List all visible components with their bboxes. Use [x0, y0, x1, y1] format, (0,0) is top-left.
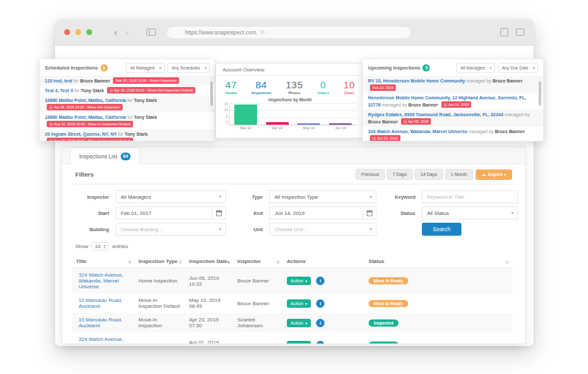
account-overview-panel: Account Overview 47 Assets 84 Inspection… [215, 63, 365, 138]
column-header[interactable]: Inspection Type [134, 255, 185, 268]
tab-strip: Inspections List 84 [62, 147, 525, 164]
calendar-icon[interactable] [362, 206, 376, 219]
action-button[interactable]: Action [287, 299, 311, 308]
status-badge: Inspected [369, 342, 398, 344]
inspection-type-cell: Move-In Inspection Default [134, 293, 185, 313]
scheduled-schedule-select[interactable]: Any Schedules [167, 63, 210, 73]
calendar-icon[interactable] [212, 206, 226, 219]
address-bar[interactable]: https://www.snapinspect.com. [166, 26, 411, 39]
scrollbar-thumb[interactable] [539, 81, 541, 106]
stat-label: Videos [317, 91, 329, 95]
clock-icon [110, 88, 113, 93]
scheduled-list-item[interactable]: 20 Ingram Street, Queens, NY, NY for Ton… [40, 129, 215, 142]
action-button[interactable]: Action [287, 319, 311, 327]
y-tick: 5 [226, 114, 228, 118]
table-row: 10 Manukau Road, Auckland Move-In Inspec… [72, 313, 512, 332]
stat-value: 10 [343, 79, 355, 90]
property-link[interactable]: RV 10, Henederson Mobile Home Community [368, 79, 465, 83]
sort-icon[interactable] [128, 258, 131, 264]
chart-bar [329, 123, 352, 125]
inspector-select[interactable]: All Managers [116, 190, 226, 203]
scheduled-list-item[interactable]: Test 3, Test 3 for Tony Stark Apr 30, 20… [40, 86, 215, 95]
schedule-date-badge: Aug 22, 2018 10:00 - Move-In Inspection … [47, 121, 133, 127]
building-select[interactable]: Choose Building ... [116, 223, 226, 236]
inspection-title-link[interactable]: 324 Watch Avenue, Wakanda, Marvel Univer… [79, 272, 123, 290]
sort-icon[interactable] [227, 258, 230, 264]
column-header[interactable]: Actions [283, 255, 365, 268]
start-date-field[interactable]: Feb 01, 2017 [116, 206, 226, 219]
inspection-title-link[interactable]: 10 Manukau Road, Auckland [79, 317, 123, 329]
end-date-field[interactable]: Jun 14, 2019 [269, 206, 376, 219]
upcoming-list-item[interactable]: Henederson Mobile Home Community, 12 Hig… [363, 93, 543, 110]
inspection-title-link[interactable]: 10 Manukau Road, Auckland [79, 297, 123, 309]
status-select[interactable]: All Status [422, 206, 518, 219]
inspector-label: Inspector [87, 194, 109, 200]
range-button[interactable]: 1 Month [445, 169, 473, 180]
sidebar-toggle-icon[interactable] [147, 29, 156, 36]
range-button[interactable]: 14 Days [415, 169, 443, 180]
property-link[interactable]: 10880 Malibu Point, Malibu, California [45, 115, 126, 119]
share-icon[interactable] [500, 28, 508, 36]
upcoming-manager-select[interactable]: All Managers [456, 63, 495, 73]
filter-grid: Inspector All Managers Type All Inspecti… [72, 190, 512, 236]
export-button[interactable]: Export [476, 169, 512, 180]
unit-select[interactable]: Choose Unit ... [269, 223, 376, 236]
tab-inspections-list[interactable]: Inspections List 84 [70, 147, 140, 164]
chart-bar-slot [230, 103, 262, 125]
unit-label: Unit [253, 227, 263, 232]
keyword-label: Keyword [395, 194, 415, 200]
scheduled-manager-select[interactable]: All Managers [126, 63, 165, 73]
url-text: https://www.snapinspect.com. [185, 29, 258, 36]
type-select[interactable]: All Inspection Type [269, 190, 376, 203]
property-link[interactable]: 20 Ingram Street, Queens, NY, NY [45, 132, 117, 136]
property-link[interactable]: 324 Watch Avenue, Wakanda, Marvel Univer… [368, 129, 467, 134]
property-link[interactable]: 123 test, test [45, 79, 72, 83]
close-window-button[interactable] [64, 29, 70, 35]
action-button[interactable]: Action [287, 277, 311, 285]
info-icon[interactable] [316, 319, 325, 327]
refresh-icon[interactable] [260, 29, 265, 36]
scheduled-list-item[interactable]: 123 test, test for Bruce Banner Mar 30, … [40, 76, 215, 86]
scheduled-list-item[interactable]: 10880 Malibu Point, Malibu, California f… [40, 112, 215, 129]
column-header[interactable]: Title [72, 255, 134, 268]
sort-icon[interactable] [178, 258, 182, 264]
info-icon[interactable] [316, 277, 325, 285]
entries-count-stepper[interactable]: 10 ▲▼ [92, 242, 109, 251]
action-button[interactable]: Action [287, 341, 311, 344]
cloud-download-icon [482, 172, 486, 177]
sort-icon[interactable] [276, 258, 280, 264]
upcoming-list-item[interactable]: Rydges Estates, 8939 Townsend Road, Jack… [363, 110, 543, 127]
property-link[interactable]: Test 3, Test 3 [45, 88, 73, 93]
schedule-date-badge: Apr 08, 2018 10:00 - Move-Out Inspection [47, 104, 123, 110]
sort-icon[interactable] [506, 258, 509, 264]
new-tab-icon[interactable] [516, 29, 524, 36]
stat: 135 Photos [286, 79, 303, 95]
info-icon[interactable] [316, 341, 325, 344]
show-entries-row: Show 10 ▲▼ entries [75, 242, 512, 251]
status-badge: Move In Ready [369, 300, 409, 307]
scheduled-list-item[interactable]: 10880 Malibu Point, Malibu, California f… [40, 95, 215, 112]
minimize-window-button[interactable] [75, 29, 81, 35]
due-date-badge: Apr 08, 2019 [401, 118, 431, 125]
inspector-cell: Bruce Banner [234, 268, 283, 294]
column-header[interactable]: Inspector [234, 255, 283, 268]
account-overview-title: Account Overview [216, 64, 364, 76]
keyword-input[interactable] [427, 194, 507, 200]
property-link[interactable]: 10880 Malibu Point, Malibu, California [45, 98, 126, 103]
maximize-window-button[interactable] [86, 29, 92, 35]
upcoming-list-item[interactable]: RV 10, Henederson Mobile Home Community … [363, 76, 543, 93]
upcoming-list-item[interactable]: 324 Watch Avenue, Wakanda, Marvel Univer… [363, 127, 543, 142]
back-icon[interactable]: ‹ [110, 27, 121, 37]
forward-icon[interactable]: › [121, 27, 132, 37]
column-header[interactable]: Status [365, 255, 512, 268]
scrollbar-thumb[interactable] [210, 81, 213, 106]
info-icon[interactable] [316, 299, 325, 308]
column-header[interactable]: Inspection Date [185, 255, 234, 268]
search-button[interactable]: Search [422, 223, 461, 236]
range-button[interactable]: Previous [356, 169, 385, 180]
upcoming-due-date-select[interactable]: Any Due Date [498, 63, 538, 73]
range-button[interactable]: 7 Days [387, 169, 413, 180]
chart-y-axis: 151050 [221, 102, 229, 124]
property-link[interactable]: Rydges Estates, 8939 Townsend Road, Jack… [368, 112, 503, 117]
inspection-title-link[interactable]: 324 Watch Avenue, Wakanda, Marvel Univer… [79, 336, 123, 344]
